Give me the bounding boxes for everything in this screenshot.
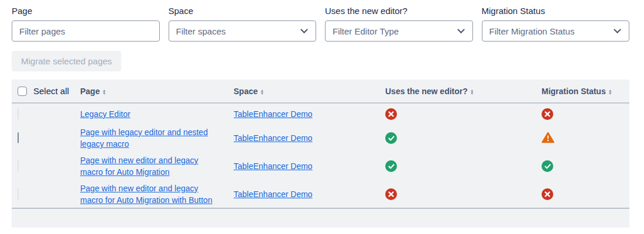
page-link[interactable]: Page with new editor and legacy macro fo…: [80, 184, 213, 205]
page-filter-input[interactable]: [19, 26, 152, 36]
column-header-space[interactable]: Space▲▼: [234, 80, 385, 103]
space-link[interactable]: TableEnhancer Demo: [234, 190, 313, 199]
filter-page: Page: [12, 6, 160, 42]
migration-status-filter-select[interactable]: Filter Migration Status: [482, 20, 630, 42]
page-link[interactable]: Page with legacy editor and nested legac…: [80, 128, 208, 149]
table-footer: [12, 209, 629, 228]
chevron-down-icon: [457, 26, 465, 33]
filter-bar: Page Space Filter spaces Uses the new ed…: [0, 0, 644, 42]
sort-icon: ▲▼: [102, 89, 106, 95]
page-link[interactable]: Legacy Editor: [80, 109, 131, 119]
sort-icon: ▲▼: [470, 89, 474, 95]
sort-icon: ▲▼: [260, 89, 264, 95]
chevron-down-icon: [614, 26, 621, 33]
editor-type-filter-value: Filter Editor Type: [333, 26, 399, 36]
success-status-icon: [385, 160, 397, 172]
migration-status-filter-value: Filter Migration Status: [489, 26, 575, 36]
error-status-icon: [542, 188, 553, 200]
table-row: Page with new editor and legacy macro fo…: [12, 180, 629, 208]
space-link[interactable]: TableEnhancer Demo: [234, 161, 313, 171]
pages-table: Select all Page▲▼ Space▲▼ Uses the new e…: [12, 80, 629, 228]
page-filter-input-box[interactable]: [12, 20, 160, 42]
row-checkbox: [18, 108, 19, 119]
filter-page-label: Page: [12, 6, 160, 16]
sort-icon: ▲▼: [608, 89, 612, 95]
space-link[interactable]: TableEnhancer Demo: [234, 133, 313, 143]
row-checkbox: [18, 160, 19, 171]
column-header-migration-status[interactable]: Migration Status▲▼: [542, 80, 629, 103]
table-header-row: Select all Page▲▼ Space▲▼ Uses the new e…: [12, 80, 629, 103]
page-link[interactable]: Page with new editor and legacy macro fo…: [80, 156, 198, 177]
error-status-icon: [385, 188, 397, 200]
space-filter-value: Filter spaces: [176, 26, 226, 36]
chevron-down-icon: [300, 26, 308, 33]
select-all-label: Select all: [33, 86, 69, 96]
column-header-uses-new-editor[interactable]: Uses the new editor?▲▼: [385, 80, 542, 103]
row-checkbox: [18, 188, 19, 199]
success-status-icon: [385, 132, 397, 144]
warning-status-icon: [542, 131, 554, 144]
filter-migration-status: Migration Status Filter Migration Status: [482, 6, 630, 42]
table-row: Legacy Editor TableEnhancer Demo: [12, 103, 629, 124]
column-header-page[interactable]: Page▲▼: [80, 80, 234, 103]
space-filter-select[interactable]: Filter spaces: [169, 20, 317, 42]
error-status-icon: [542, 108, 553, 120]
row-checkbox[interactable]: [18, 132, 19, 143]
filter-editor-type: Uses the new editor? Filter Editor Type: [325, 6, 473, 42]
filter-migration-status-label: Migration Status: [482, 6, 630, 16]
filter-space-label: Space: [169, 6, 317, 16]
table-row: Page with new editor and legacy macro fo…: [12, 152, 629, 180]
table-row: Page with legacy editor and nested legac…: [12, 124, 629, 152]
migrate-selected-pages-button[interactable]: Migrate selected pages: [12, 51, 121, 71]
filter-space: Space Filter spaces: [169, 6, 317, 42]
editor-type-filter-select[interactable]: Filter Editor Type: [325, 20, 473, 42]
error-status-icon: [385, 108, 397, 120]
select-all-checkbox[interactable]: [18, 87, 27, 96]
filter-editor-type-label: Uses the new editor?: [325, 6, 473, 16]
success-status-icon: [542, 160, 553, 172]
space-link[interactable]: TableEnhancer Demo: [234, 109, 313, 119]
